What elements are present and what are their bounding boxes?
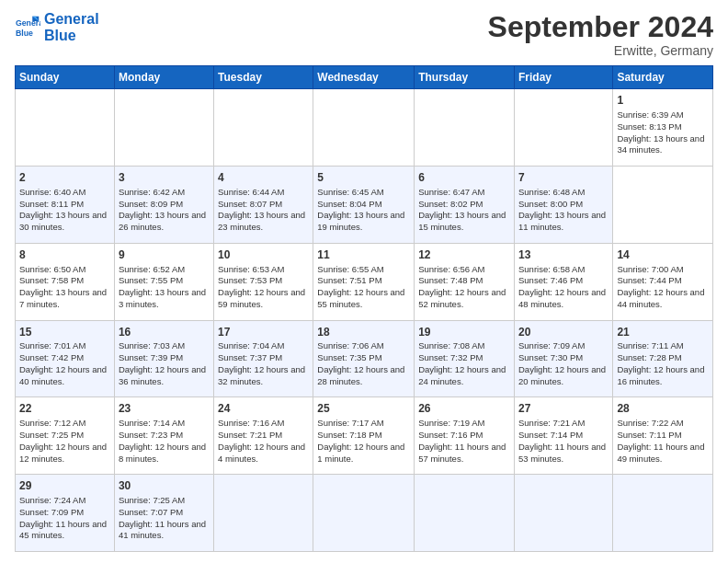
day-number: 25 <box>317 401 410 417</box>
calendar-cell: 18Sunrise: 7:06 AMSunset: 7:35 PMDayligh… <box>313 320 415 397</box>
day-number: 7 <box>518 170 609 186</box>
calendar-cell: 6Sunrise: 6:47 AMSunset: 8:02 PMDaylight… <box>415 166 515 243</box>
calendar-cell: 28Sunrise: 7:22 AMSunset: 7:11 PMDayligh… <box>613 397 713 475</box>
day-info: Sunrise: 6:58 AMSunset: 7:46 PMDaylight:… <box>518 264 609 311</box>
day-info: Sunrise: 7:22 AMSunset: 7:11 PMDaylight:… <box>617 418 709 465</box>
calendar-week-5: 22Sunrise: 7:12 AMSunset: 7:25 PMDayligh… <box>16 397 713 475</box>
calendar-cell: 14Sunrise: 7:00 AMSunset: 7:44 PMDayligh… <box>613 243 713 320</box>
calendar-cell <box>114 89 213 167</box>
calendar-cell: 29Sunrise: 7:24 AMSunset: 7:09 PMDayligh… <box>16 475 115 552</box>
calendar-cell: 2Sunrise: 6:40 AMSunset: 8:11 PMDaylight… <box>16 166 115 243</box>
day-number: 8 <box>19 247 110 263</box>
calendar-cell: 16Sunrise: 7:03 AMSunset: 7:39 PMDayligh… <box>114 320 213 397</box>
calendar-cell: 10Sunrise: 6:53 AMSunset: 7:53 PMDayligh… <box>214 243 313 320</box>
weekday-header-sunday: Sunday <box>16 66 115 89</box>
day-info: Sunrise: 7:09 AMSunset: 7:30 PMDaylight:… <box>518 340 609 387</box>
day-number: 13 <box>518 247 609 263</box>
day-info: Sunrise: 6:39 AMSunset: 8:13 PMDaylight:… <box>617 109 709 156</box>
day-info: Sunrise: 7:24 AMSunset: 7:09 PMDaylight:… <box>19 495 110 542</box>
calendar-week-6: 29Sunrise: 7:24 AMSunset: 7:09 PMDayligh… <box>16 475 713 552</box>
calendar-week-2: 2Sunrise: 6:40 AMSunset: 8:11 PMDaylight… <box>16 166 713 243</box>
day-info: Sunrise: 7:03 AMSunset: 7:39 PMDaylight:… <box>119 340 210 387</box>
calendar-cell: 4Sunrise: 6:44 AMSunset: 8:07 PMDaylight… <box>214 166 313 243</box>
calendar-week-1: 1Sunrise: 6:39 AMSunset: 8:13 PMDaylight… <box>16 89 713 167</box>
day-info: Sunrise: 7:14 AMSunset: 7:23 PMDaylight:… <box>119 418 210 465</box>
weekday-header-tuesday: Tuesday <box>214 66 313 89</box>
day-info: Sunrise: 6:52 AMSunset: 7:55 PMDaylight:… <box>119 264 210 311</box>
calendar-cell <box>214 475 313 552</box>
day-info: Sunrise: 6:44 AMSunset: 8:07 PMDaylight:… <box>218 187 309 234</box>
weekday-header-monday: Monday <box>114 66 213 89</box>
day-number: 22 <box>19 401 110 417</box>
day-number: 2 <box>19 170 110 186</box>
day-number: 16 <box>119 325 210 340</box>
calendar-cell: 15Sunrise: 7:01 AMSunset: 7:42 PMDayligh… <box>16 320 115 397</box>
calendar-cell: 30Sunrise: 7:25 AMSunset: 7:07 PMDayligh… <box>114 475 213 552</box>
calendar-cell: 8Sunrise: 6:50 AMSunset: 7:58 PMDaylight… <box>16 243 115 320</box>
day-info: Sunrise: 7:19 AMSunset: 7:16 PMDaylight:… <box>418 418 510 465</box>
calendar-header: SundayMondayTuesdayWednesdayThursdayFrid… <box>16 66 713 89</box>
day-number: 15 <box>19 325 110 340</box>
day-info: Sunrise: 7:21 AMSunset: 7:14 PMDaylight:… <box>518 418 609 465</box>
day-info: Sunrise: 7:04 AMSunset: 7:37 PMDaylight:… <box>218 340 309 387</box>
calendar-cell: 25Sunrise: 7:17 AMSunset: 7:18 PMDayligh… <box>313 397 415 475</box>
calendar-cell <box>313 475 415 552</box>
calendar-cell: 13Sunrise: 6:58 AMSunset: 7:46 PMDayligh… <box>514 243 612 320</box>
calendar-cell: 21Sunrise: 7:11 AMSunset: 7:28 PMDayligh… <box>613 320 713 397</box>
calendar-cell: 17Sunrise: 7:04 AMSunset: 7:37 PMDayligh… <box>214 320 313 397</box>
calendar-table: SundayMondayTuesdayWednesdayThursdayFrid… <box>15 65 713 552</box>
day-info: Sunrise: 7:08 AMSunset: 7:32 PMDaylight:… <box>418 340 510 387</box>
day-number: 23 <box>119 401 210 417</box>
day-number: 6 <box>418 170 510 186</box>
day-info: Sunrise: 7:25 AMSunset: 7:07 PMDaylight:… <box>119 495 210 542</box>
title-block: September 2024 Erwitte, Germany <box>488 11 713 58</box>
day-info: Sunrise: 6:56 AMSunset: 7:48 PMDaylight:… <box>418 264 510 311</box>
day-info: Sunrise: 7:17 AMSunset: 7:18 PMDaylight:… <box>317 418 410 465</box>
calendar-cell <box>415 89 515 167</box>
day-number: 4 <box>218 170 309 186</box>
day-number: 19 <box>418 325 510 340</box>
calendar-cell <box>214 89 313 167</box>
day-info: Sunrise: 7:11 AMSunset: 7:28 PMDaylight:… <box>617 340 709 387</box>
svg-text:Blue: Blue <box>16 28 33 37</box>
calendar-cell: 22Sunrise: 7:12 AMSunset: 7:25 PMDayligh… <box>16 397 115 475</box>
day-info: Sunrise: 6:42 AMSunset: 8:09 PMDaylight:… <box>119 187 210 234</box>
day-number: 21 <box>617 325 709 340</box>
calendar-cell: 11Sunrise: 6:55 AMSunset: 7:51 PMDayligh… <box>313 243 415 320</box>
calendar-cell: 12Sunrise: 6:56 AMSunset: 7:48 PMDayligh… <box>415 243 515 320</box>
logo-wordmark: General Blue <box>44 11 99 43</box>
calendar-cell <box>514 89 612 167</box>
day-info: Sunrise: 6:48 AMSunset: 8:00 PMDaylight:… <box>518 187 609 234</box>
calendar-cell: 5Sunrise: 6:45 AMSunset: 8:04 PMDaylight… <box>313 166 415 243</box>
weekday-header-saturday: Saturday <box>613 66 713 89</box>
day-info: Sunrise: 6:55 AMSunset: 7:51 PMDaylight:… <box>317 264 410 311</box>
calendar-cell: 9Sunrise: 6:52 AMSunset: 7:55 PMDaylight… <box>114 243 213 320</box>
day-number: 20 <box>518 325 609 340</box>
calendar-cell: 24Sunrise: 7:16 AMSunset: 7:21 PMDayligh… <box>214 397 313 475</box>
day-number: 18 <box>317 325 410 340</box>
day-number: 9 <box>119 247 210 263</box>
day-info: Sunrise: 6:47 AMSunset: 8:02 PMDaylight:… <box>418 187 510 234</box>
day-number: 10 <box>218 247 309 263</box>
day-info: Sunrise: 6:40 AMSunset: 8:11 PMDaylight:… <box>19 187 110 234</box>
day-number: 12 <box>418 247 510 263</box>
day-number: 5 <box>317 170 410 186</box>
day-info: Sunrise: 6:53 AMSunset: 7:53 PMDaylight:… <box>218 264 309 311</box>
day-info: Sunrise: 7:00 AMSunset: 7:44 PMDaylight:… <box>617 264 709 311</box>
weekday-header-thursday: Thursday <box>415 66 515 89</box>
day-info: Sunrise: 7:06 AMSunset: 7:35 PMDaylight:… <box>317 340 410 387</box>
day-number: 29 <box>19 478 110 494</box>
weekday-header-wednesday: Wednesday <box>313 66 415 89</box>
calendar-cell <box>313 89 415 167</box>
day-info: Sunrise: 7:01 AMSunset: 7:42 PMDaylight:… <box>19 340 110 387</box>
weekday-header-friday: Friday <box>514 66 612 89</box>
calendar-cell <box>16 89 115 167</box>
day-number: 3 <box>119 170 210 186</box>
calendar-week-3: 8Sunrise: 6:50 AMSunset: 7:58 PMDaylight… <box>16 243 713 320</box>
calendar-cell: 19Sunrise: 7:08 AMSunset: 7:32 PMDayligh… <box>415 320 515 397</box>
calendar-cell: 26Sunrise: 7:19 AMSunset: 7:16 PMDayligh… <box>415 397 515 475</box>
calendar-cell: 3Sunrise: 6:42 AMSunset: 8:09 PMDaylight… <box>114 166 213 243</box>
day-info: Sunrise: 6:45 AMSunset: 8:04 PMDaylight:… <box>317 187 410 234</box>
calendar-cell: 20Sunrise: 7:09 AMSunset: 7:30 PMDayligh… <box>514 320 612 397</box>
calendar-cell <box>613 475 713 552</box>
